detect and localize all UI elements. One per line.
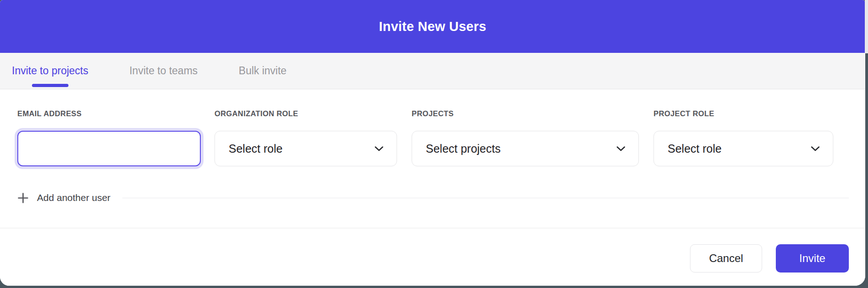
active-tab-indicator: [32, 84, 68, 87]
invite-form: EMAIL ADDRESS ORGANIZATION ROLE Select r…: [0, 89, 865, 228]
projects-value: Select projects: [426, 142, 501, 155]
scrollbar-track[interactable]: [865, 0, 868, 53]
add-another-user-label: Add another user: [37, 192, 110, 203]
email-address-input[interactable]: [17, 131, 201, 166]
plus-icon: [17, 192, 29, 204]
modal-title: Invite New Users: [379, 19, 486, 34]
chevron-down-icon: [810, 146, 820, 152]
add-another-user-button[interactable]: Add another user: [17, 192, 110, 204]
modal-header: Invite New Users: [0, 0, 865, 53]
email-address-field: EMAIL ADDRESS: [17, 109, 201, 166]
project-role-label: PROJECT ROLE: [654, 109, 833, 131]
add-row-divider: [122, 198, 849, 198]
email-address-label: EMAIL ADDRESS: [17, 109, 201, 131]
projects-select[interactable]: Select projects: [412, 131, 639, 166]
modal-footer: Cancel Invite: [0, 228, 865, 286]
project-role-field: PROJECT ROLE Select role: [654, 109, 833, 166]
screen: { "header": { "title": "Invite New Users…: [0, 0, 868, 288]
projects-field: PROJECTS Select projects: [412, 109, 639, 166]
tab-label: Bulk invite: [239, 65, 287, 77]
organization-role-value: Select role: [229, 142, 282, 155]
chevron-down-icon: [616, 146, 626, 152]
project-role-select[interactable]: Select role: [654, 131, 833, 166]
tab-label: Invite to projects: [12, 65, 88, 77]
organization-role-field: ORGANIZATION ROLE Select role: [214, 109, 397, 166]
invite-users-modal: Invite New Users Invite to projects Invi…: [0, 0, 865, 286]
chevron-down-icon: [374, 146, 384, 152]
tab-invite-to-projects[interactable]: Invite to projects: [12, 53, 88, 89]
organization-role-label: ORGANIZATION ROLE: [214, 109, 397, 131]
tab-invite-to-teams[interactable]: Invite to teams: [129, 53, 198, 89]
invite-button[interactable]: Invite: [776, 244, 849, 273]
tab-bulk-invite[interactable]: Bulk invite: [239, 53, 287, 89]
projects-label: PROJECTS: [412, 109, 639, 131]
project-role-value: Select role: [668, 142, 722, 155]
add-another-user-row: Add another user: [17, 191, 849, 205]
tab-bar: Invite to projects Invite to teams Bulk …: [0, 53, 865, 89]
cancel-button[interactable]: Cancel: [690, 244, 762, 273]
tab-label: Invite to teams: [129, 65, 198, 77]
organization-role-select[interactable]: Select role: [214, 131, 397, 166]
